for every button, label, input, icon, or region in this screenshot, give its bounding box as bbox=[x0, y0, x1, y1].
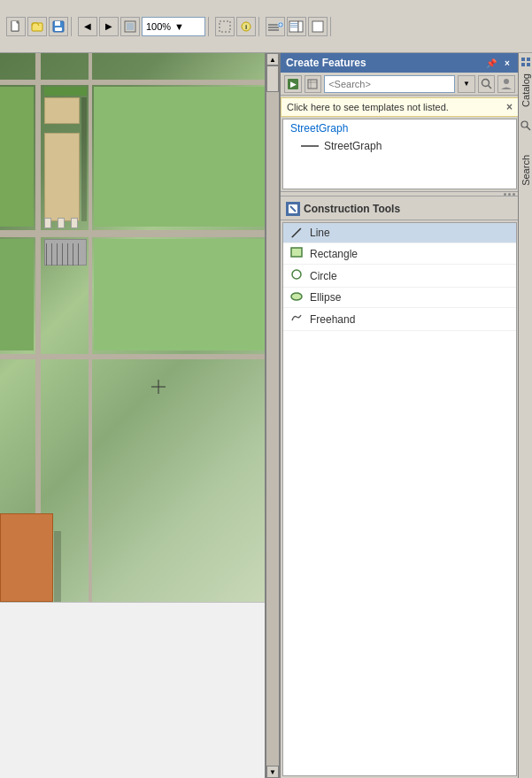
search-input[interactable] bbox=[324, 75, 455, 93]
template-item-streetgraph[interactable]: StreetGraph bbox=[283, 119, 516, 137]
tool-item-circle[interactable]: Circle bbox=[283, 265, 516, 288]
edit-tools: i bbox=[212, 17, 259, 36]
import-button[interactable] bbox=[308, 17, 328, 36]
svg-point-36 bbox=[292, 270, 301, 279]
toolbar: ◀ ▶ 100% ▼ i bbox=[0, 0, 532, 53]
fullextent-button[interactable] bbox=[120, 17, 140, 36]
template-streetgraph-label: StreetGraph bbox=[290, 122, 348, 135]
search-button[interactable] bbox=[478, 75, 496, 93]
template-list: StreetGraph StreetGraph bbox=[282, 119, 517, 189]
svg-rect-14 bbox=[268, 29, 279, 31]
svg-rect-6 bbox=[55, 27, 62, 31]
ellipse-icon bbox=[290, 291, 303, 304]
scroll-up-arrow[interactable]: ▲ bbox=[266, 53, 279, 65]
tool-item-freehand[interactable]: Freehand bbox=[283, 308, 516, 331]
template-subitem-label: StreetGraph bbox=[324, 140, 382, 152]
notification-text: Click here to see templates not listed. bbox=[287, 102, 449, 112]
tool-item-line[interactable]: Line bbox=[283, 223, 516, 243]
panel-title: Create Features bbox=[286, 57, 366, 69]
catalog-tab[interactable]: Catalog bbox=[520, 70, 532, 111]
svg-rect-9 bbox=[220, 21, 230, 32]
catalog-search-icon bbox=[520, 119, 532, 132]
svg-rect-13 bbox=[268, 27, 279, 28]
zoom-value: 100% bbox=[146, 21, 173, 32]
svg-line-43 bbox=[527, 127, 530, 130]
svg-line-34 bbox=[292, 228, 301, 237]
freehand-icon bbox=[290, 312, 303, 327]
tool-label-circle: Circle bbox=[310, 270, 337, 282]
search-filter-button[interactable]: ▶ bbox=[284, 75, 302, 93]
line-icon bbox=[290, 227, 303, 239]
svg-point-42 bbox=[521, 121, 528, 127]
search-tab[interactable]: Search bbox=[520, 151, 532, 189]
svg-rect-21 bbox=[290, 25, 297, 26]
pin-button[interactable]: 📌 bbox=[485, 57, 497, 69]
file-tools bbox=[4, 17, 72, 36]
export-button[interactable] bbox=[287, 17, 306, 36]
svg-rect-35 bbox=[291, 248, 302, 257]
svg-rect-12 bbox=[268, 24, 279, 26]
svg-rect-23 bbox=[312, 21, 323, 32]
scroll-thumb[interactable] bbox=[266, 65, 279, 92]
search-user-button[interactable] bbox=[497, 75, 515, 93]
svg-text:i: i bbox=[245, 23, 247, 31]
select-button[interactable] bbox=[215, 17, 235, 36]
tool-label-rectangle: Rectangle bbox=[310, 248, 358, 260]
catalog-sidebar: Catalog Search bbox=[518, 53, 532, 778]
svg-rect-5 bbox=[55, 21, 60, 26]
tool-label-freehand: Freehand bbox=[310, 313, 355, 326]
identify-button[interactable]: i bbox=[236, 17, 256, 36]
map-scrollbar[interactable]: ▲ ▼ bbox=[266, 53, 280, 778]
panel-header: Create Features 📌 × bbox=[281, 53, 519, 73]
open-button[interactable] bbox=[27, 17, 47, 36]
create-features-panel: Create Features 📌 × ▶ bbox=[280, 53, 519, 778]
tool-item-ellipse[interactable]: Ellipse bbox=[283, 288, 516, 308]
template-line-decoration bbox=[301, 145, 319, 147]
svg-rect-38 bbox=[521, 58, 525, 61]
construction-header: Construction Tools bbox=[281, 198, 519, 220]
svg-rect-41 bbox=[527, 63, 530, 66]
svg-point-29 bbox=[482, 79, 489, 86]
template-subitem-streetgraph[interactable]: StreetGraph bbox=[283, 137, 516, 155]
tool-label-ellipse: Ellipse bbox=[310, 291, 341, 304]
main-area: ▲ ▼ Create Features 📌 × ▶ bbox=[0, 53, 532, 778]
zoom-dropdown-arrow[interactable]: ▼ bbox=[174, 21, 201, 32]
scroll-down-arrow[interactable]: ▼ bbox=[266, 766, 279, 778]
tools-list: Line Rectangle bbox=[282, 222, 517, 776]
svg-rect-22 bbox=[290, 27, 297, 27]
map-area[interactable] bbox=[0, 53, 266, 778]
svg-rect-8 bbox=[127, 23, 134, 30]
search-dropdown[interactable]: ▼ bbox=[458, 75, 475, 93]
resize-dots bbox=[504, 193, 515, 196]
construction-header-label: Construction Tools bbox=[304, 203, 400, 215]
svg-rect-26 bbox=[308, 80, 317, 89]
close-button[interactable]: × bbox=[501, 57, 513, 69]
tool-label-line: Line bbox=[310, 227, 330, 239]
zoom-dropdown[interactable]: 100% ▼ bbox=[142, 17, 205, 36]
svg-text:▶: ▶ bbox=[289, 80, 296, 89]
add-data-button[interactable] bbox=[266, 17, 285, 36]
tool-item-rectangle[interactable]: Rectangle bbox=[283, 243, 516, 265]
new-button[interactable] bbox=[6, 17, 26, 36]
svg-point-37 bbox=[291, 293, 302, 300]
circle-icon bbox=[290, 268, 303, 283]
save-button[interactable] bbox=[49, 17, 68, 36]
notification-close-button[interactable]: × bbox=[506, 101, 513, 113]
organize-button[interactable] bbox=[305, 75, 322, 93]
panel-header-icons: 📌 × bbox=[485, 57, 513, 69]
construction-icon bbox=[286, 202, 300, 216]
back-button[interactable]: ◀ bbox=[78, 17, 97, 36]
resize-handle[interactable] bbox=[281, 191, 519, 196]
map-empty-area bbox=[0, 602, 265, 778]
map-image bbox=[0, 53, 266, 602]
nav-tools: ◀ ▶ 100% ▼ bbox=[75, 17, 209, 36]
svg-rect-20 bbox=[290, 23, 297, 24]
svg-rect-19 bbox=[298, 21, 303, 32]
svg-line-30 bbox=[488, 85, 491, 89]
search-bar: ▶ ▼ bbox=[281, 73, 519, 96]
notification-bar[interactable]: Click here to see templates not listed. … bbox=[281, 97, 519, 117]
svg-point-31 bbox=[504, 79, 509, 84]
forward-button[interactable]: ▶ bbox=[99, 17, 119, 36]
scroll-track[interactable] bbox=[266, 65, 279, 766]
layer-tools bbox=[263, 17, 331, 36]
